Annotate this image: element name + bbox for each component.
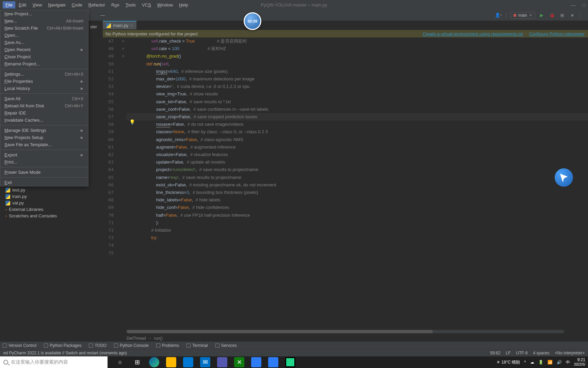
- minimize-button[interactable]: —: [571, 2, 576, 8]
- taskbar-search[interactable]: 在这里输入你要搜索的内容: [0, 356, 108, 368]
- tree-item[interactable]: ›Scratches and Consoles: [0, 213, 88, 219]
- line-ending[interactable]: LF: [506, 351, 511, 355]
- file-menu-item[interactable]: Close Project: [0, 53, 88, 60]
- menu-help[interactable]: Help: [176, 1, 191, 9]
- tab-main-py[interactable]: main.py ×: [103, 21, 136, 29]
- tree-item[interactable]: test.py: [0, 187, 88, 193]
- run-config-selector[interactable]: main ▼: [510, 12, 535, 19]
- edge-icon[interactable]: [149, 357, 159, 367]
- toolwindow-problems[interactable]: Problems: [156, 343, 179, 348]
- menu-file[interactable]: File: [3, 1, 15, 9]
- file-menu-item[interactable]: Save As...: [0, 39, 88, 46]
- app-icon-3[interactable]: [268, 357, 278, 367]
- file-menu-item[interactable]: New Project...: [0, 10, 88, 17]
- floating-app-icon[interactable]: [555, 168, 573, 187]
- battery-icon[interactable]: 🔋: [538, 360, 543, 365]
- breadcrumb-method[interactable]: run(): [154, 336, 163, 341]
- file-menu-item[interactable]: Reload All from DiskCtrl+Alt+Y: [0, 102, 88, 109]
- xbox-icon[interactable]: ✕: [234, 357, 244, 367]
- create-venv-link[interactable]: Create a virtual environment using requi…: [423, 31, 523, 36]
- intention-bulb-icon[interactable]: 💡: [129, 119, 135, 125]
- file-menu-item[interactable]: Open Recent▶: [0, 46, 88, 53]
- tab-label: main.py: [113, 23, 129, 28]
- configure-interpreter-link[interactable]: Configure Python interpreter: [529, 31, 585, 36]
- code-area[interactable]: self.rate_check = True # 是否启用延时 self.rat…: [127, 37, 588, 242]
- tray-chevron-icon[interactable]: ^: [524, 360, 526, 365]
- file-menu-item[interactable]: Power Save Mode: [0, 169, 88, 176]
- menu-run[interactable]: Run: [109, 1, 122, 9]
- stop-button[interactable]: ■: [569, 12, 576, 19]
- menu-tools[interactable]: Tools: [123, 1, 138, 9]
- menu-vcs[interactable]: VCS: [139, 1, 154, 9]
- tree-item[interactable]: ›External Libraries: [0, 206, 88, 213]
- code-editor[interactable]: 47 48 49 50 51 52 53 54 55 56 57 58 59 6…: [101, 37, 588, 334]
- file-menu-item[interactable]: Print...: [0, 158, 88, 166]
- app-icon-2[interactable]: [251, 357, 261, 367]
- weather-widget[interactable]: ☀ 18°C 晴朗: [496, 359, 520, 365]
- menu-view[interactable]: View: [30, 1, 45, 9]
- mail-icon[interactable]: ✉: [200, 357, 210, 367]
- file-menu-item[interactable]: Open...: [0, 32, 88, 39]
- file-menu-item[interactable]: Save File as Template...: [0, 141, 88, 148]
- menu-window[interactable]: Window: [154, 1, 176, 9]
- file-menu-item[interactable]: Repair IDE: [0, 109, 88, 117]
- task-view-icon[interactable]: ⊞: [132, 357, 142, 367]
- store-icon[interactable]: [183, 357, 193, 367]
- file-encoding[interactable]: UTF-8: [516, 351, 528, 355]
- toolwindow-services[interactable]: Services: [215, 343, 237, 348]
- toolwindow-version-control[interactable]: Version Control: [3, 343, 36, 348]
- window-controls: — □: [571, 2, 585, 8]
- interpreter-status[interactable]: <No interpreter>: [555, 351, 585, 355]
- python-file-icon: [5, 188, 10, 193]
- file-menu-item[interactable]: Invalidate Caches...: [0, 117, 88, 124]
- widgets-icon[interactable]: ○: [115, 357, 125, 367]
- file-menu-item[interactable]: Manage IDE Settings▶: [0, 127, 88, 134]
- file-menu-item[interactable]: New Projects Setup▶: [0, 134, 88, 141]
- maximize-button[interactable]: □: [583, 2, 585, 8]
- status-message[interactable]: ed PyCharm 2022.1 is available // Switch…: [3, 351, 127, 355]
- ime-icon[interactable]: 中: [566, 359, 570, 365]
- app-icon-1[interactable]: [217, 357, 227, 367]
- project-tree-fragment: ster: [90, 25, 97, 29]
- editor-horizontal-scrollbar[interactable]: [127, 330, 564, 333]
- menu-refactor[interactable]: Refactor: [86, 1, 108, 9]
- onedrive-icon[interactable]: ☁: [530, 360, 534, 365]
- caret-position[interactable]: 58:62: [490, 351, 501, 355]
- tree-item[interactable]: val.py: [0, 200, 88, 206]
- tree-item[interactable]: train.py: [0, 193, 88, 200]
- file-menu-item[interactable]: New...Alt+Insert: [0, 17, 88, 25]
- screen-recorder-timer[interactable]: 02:28: [244, 12, 261, 30]
- toolwindow-python-console[interactable]: Python Console: [114, 343, 149, 348]
- explorer-icon[interactable]: [166, 357, 176, 367]
- file-menu-item[interactable]: Local History▶: [0, 85, 88, 92]
- add-user-icon[interactable]: 👤+: [494, 12, 502, 19]
- python-file-icon: [106, 23, 111, 28]
- debug-button[interactable]: 🐞: [548, 12, 556, 19]
- run-button[interactable]: ▶: [538, 12, 545, 19]
- file-menu-item[interactable]: Exit: [0, 179, 88, 186]
- file-menu-item[interactable]: Save AllCtrl+S: [0, 95, 88, 102]
- breadcrumbs[interactable]: DetThread › run(): [127, 336, 163, 341]
- system-tray: ☀ 18°C 晴朗 ^ ☁ 🔋 📶 🔊 中 9:212022/5/: [496, 358, 585, 367]
- wifi-icon[interactable]: 📶: [548, 360, 553, 365]
- coverage-button[interactable]: ▣: [558, 12, 566, 19]
- toolwindow-python-packages[interactable]: Python Packages: [44, 343, 81, 348]
- pycharm-icon[interactable]: [285, 357, 295, 367]
- file-menu-item[interactable]: Export▶: [0, 151, 88, 158]
- close-icon[interactable]: ×: [131, 23, 133, 28]
- menu-navigate[interactable]: Navigate: [45, 1, 68, 9]
- toolwindow-todo[interactable]: TODO: [89, 343, 106, 348]
- breadcrumb-class[interactable]: DetThread: [127, 336, 146, 341]
- menu-edit[interactable]: Edit: [16, 1, 29, 9]
- clock-tray[interactable]: 9:212022/5/: [574, 358, 585, 367]
- toolwindow-terminal[interactable]: Terminal: [186, 343, 208, 348]
- scrollbar-thumb[interactable]: [127, 330, 433, 333]
- file-menu-item[interactable]: Rename Project...: [0, 60, 88, 67]
- indent-setting[interactable]: 4 spaces: [533, 351, 550, 355]
- collapse-all-button[interactable]: —: [100, 13, 105, 18]
- menu-code[interactable]: Code: [69, 1, 85, 9]
- file-menu-item[interactable]: Settings...Ctrl+Alt+S: [0, 71, 88, 78]
- volume-icon[interactable]: 🔊: [557, 360, 562, 365]
- file-menu-item[interactable]: New Scratch FileCtrl+Alt+Shift+Insert: [0, 25, 88, 32]
- file-menu-item[interactable]: File Properties▶: [0, 78, 88, 85]
